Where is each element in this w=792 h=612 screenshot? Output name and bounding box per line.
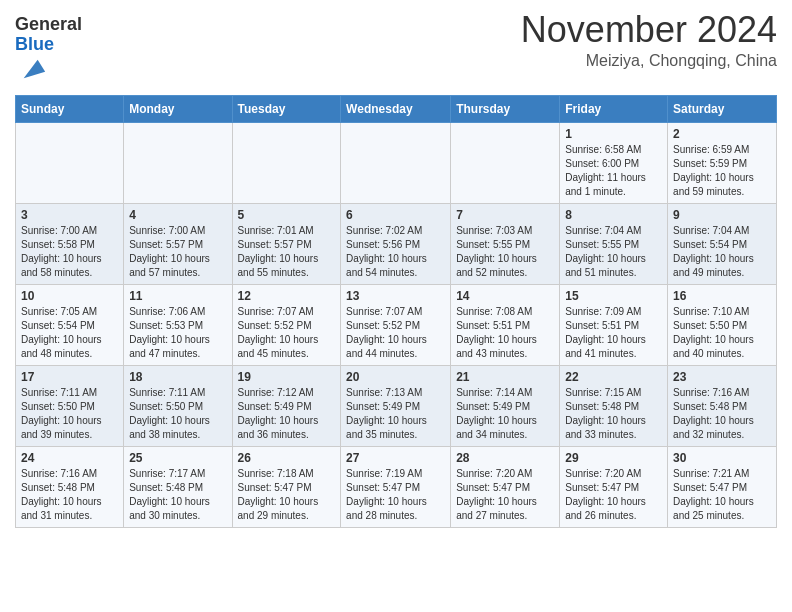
calendar-cell: 5Sunrise: 7:01 AM Sunset: 5:57 PM Daylig… [232,204,341,285]
calendar-cell: 29Sunrise: 7:20 AM Sunset: 5:47 PM Dayli… [560,447,668,528]
weekday-header-row: SundayMondayTuesdayWednesdayThursdayFrid… [16,96,777,123]
day-info: Sunrise: 7:15 AM Sunset: 5:48 PM Dayligh… [565,386,662,442]
location: Meiziya, Chongqing, China [521,52,777,70]
day-number: 2 [673,127,771,141]
day-info: Sunrise: 6:58 AM Sunset: 6:00 PM Dayligh… [565,143,662,199]
calendar-cell: 15Sunrise: 7:09 AM Sunset: 5:51 PM Dayli… [560,285,668,366]
day-info: Sunrise: 7:19 AM Sunset: 5:47 PM Dayligh… [346,467,445,523]
day-info: Sunrise: 7:16 AM Sunset: 5:48 PM Dayligh… [673,386,771,442]
day-info: Sunrise: 7:05 AM Sunset: 5:54 PM Dayligh… [21,305,118,361]
day-number: 30 [673,451,771,465]
day-info: Sunrise: 7:09 AM Sunset: 5:51 PM Dayligh… [565,305,662,361]
calendar-cell: 30Sunrise: 7:21 AM Sunset: 5:47 PM Dayli… [668,447,777,528]
day-number: 28 [456,451,554,465]
day-info: Sunrise: 7:04 AM Sunset: 5:55 PM Dayligh… [565,224,662,280]
day-number: 5 [238,208,336,222]
day-number: 11 [129,289,226,303]
calendar-cell: 9Sunrise: 7:04 AM Sunset: 5:54 PM Daylig… [668,204,777,285]
day-number: 26 [238,451,336,465]
calendar-cell [232,123,341,204]
day-number: 27 [346,451,445,465]
calendar-cell: 23Sunrise: 7:16 AM Sunset: 5:48 PM Dayli… [668,366,777,447]
calendar-cell: 14Sunrise: 7:08 AM Sunset: 5:51 PM Dayli… [451,285,560,366]
day-info: Sunrise: 7:02 AM Sunset: 5:56 PM Dayligh… [346,224,445,280]
calendar-cell: 6Sunrise: 7:02 AM Sunset: 5:56 PM Daylig… [341,204,451,285]
calendar-cell: 22Sunrise: 7:15 AM Sunset: 5:48 PM Dayli… [560,366,668,447]
day-info: Sunrise: 6:59 AM Sunset: 5:59 PM Dayligh… [673,143,771,199]
day-info: Sunrise: 7:01 AM Sunset: 5:57 PM Dayligh… [238,224,336,280]
day-info: Sunrise: 7:11 AM Sunset: 5:50 PM Dayligh… [21,386,118,442]
day-number: 9 [673,208,771,222]
day-info: Sunrise: 7:21 AM Sunset: 5:47 PM Dayligh… [673,467,771,523]
day-number: 21 [456,370,554,384]
day-info: Sunrise: 7:00 AM Sunset: 5:57 PM Dayligh… [129,224,226,280]
page-header: General Blue November 2024 Meiziya, Chon… [15,10,777,87]
day-info: Sunrise: 7:06 AM Sunset: 5:53 PM Dayligh… [129,305,226,361]
day-number: 19 [238,370,336,384]
weekday-header-saturday: Saturday [668,96,777,123]
calendar-cell: 17Sunrise: 7:11 AM Sunset: 5:50 PM Dayli… [16,366,124,447]
day-number: 15 [565,289,662,303]
day-number: 17 [21,370,118,384]
day-info: Sunrise: 7:07 AM Sunset: 5:52 PM Dayligh… [238,305,336,361]
day-number: 24 [21,451,118,465]
day-number: 1 [565,127,662,141]
day-number: 14 [456,289,554,303]
calendar-week-1: 1Sunrise: 6:58 AM Sunset: 6:00 PM Daylig… [16,123,777,204]
calendar-cell: 2Sunrise: 6:59 AM Sunset: 5:59 PM Daylig… [668,123,777,204]
calendar-header: SundayMondayTuesdayWednesdayThursdayFrid… [16,96,777,123]
svg-marker-0 [24,59,45,78]
calendar-week-3: 10Sunrise: 7:05 AM Sunset: 5:54 PM Dayli… [16,285,777,366]
day-number: 29 [565,451,662,465]
calendar-cell: 25Sunrise: 7:17 AM Sunset: 5:48 PM Dayli… [124,447,232,528]
page-container: General Blue November 2024 Meiziya, Chon… [0,0,792,543]
calendar-cell: 26Sunrise: 7:18 AM Sunset: 5:47 PM Dayli… [232,447,341,528]
calendar-cell [16,123,124,204]
calendar-cell [341,123,451,204]
weekday-header-sunday: Sunday [16,96,124,123]
calendar-cell [451,123,560,204]
day-info: Sunrise: 7:11 AM Sunset: 5:50 PM Dayligh… [129,386,226,442]
weekday-header-wednesday: Wednesday [341,96,451,123]
day-info: Sunrise: 7:20 AM Sunset: 5:47 PM Dayligh… [456,467,554,523]
day-number: 4 [129,208,226,222]
calendar-cell: 10Sunrise: 7:05 AM Sunset: 5:54 PM Dayli… [16,285,124,366]
calendar-cell: 11Sunrise: 7:06 AM Sunset: 5:53 PM Dayli… [124,285,232,366]
weekday-header-friday: Friday [560,96,668,123]
calendar-cell: 27Sunrise: 7:19 AM Sunset: 5:47 PM Dayli… [341,447,451,528]
day-info: Sunrise: 7:14 AM Sunset: 5:49 PM Dayligh… [456,386,554,442]
calendar-cell: 4Sunrise: 7:00 AM Sunset: 5:57 PM Daylig… [124,204,232,285]
weekday-header-thursday: Thursday [451,96,560,123]
calendar-cell: 21Sunrise: 7:14 AM Sunset: 5:49 PM Dayli… [451,366,560,447]
calendar-cell: 1Sunrise: 6:58 AM Sunset: 6:00 PM Daylig… [560,123,668,204]
day-number: 23 [673,370,771,384]
calendar-cell: 19Sunrise: 7:12 AM Sunset: 5:49 PM Dayli… [232,366,341,447]
day-info: Sunrise: 7:10 AM Sunset: 5:50 PM Dayligh… [673,305,771,361]
day-info: Sunrise: 7:13 AM Sunset: 5:49 PM Dayligh… [346,386,445,442]
day-number: 3 [21,208,118,222]
calendar-body: 1Sunrise: 6:58 AM Sunset: 6:00 PM Daylig… [16,123,777,528]
calendar-week-4: 17Sunrise: 7:11 AM Sunset: 5:50 PM Dayli… [16,366,777,447]
month-title: November 2024 [521,10,777,50]
calendar-cell: 12Sunrise: 7:07 AM Sunset: 5:52 PM Dayli… [232,285,341,366]
day-number: 8 [565,208,662,222]
day-number: 13 [346,289,445,303]
day-info: Sunrise: 7:07 AM Sunset: 5:52 PM Dayligh… [346,305,445,361]
calendar-cell: 3Sunrise: 7:00 AM Sunset: 5:58 PM Daylig… [16,204,124,285]
weekday-header-monday: Monday [124,96,232,123]
calendar-week-2: 3Sunrise: 7:00 AM Sunset: 5:58 PM Daylig… [16,204,777,285]
calendar-table: SundayMondayTuesdayWednesdayThursdayFrid… [15,95,777,528]
logo-text: General Blue [15,15,82,87]
day-number: 18 [129,370,226,384]
day-info: Sunrise: 7:16 AM Sunset: 5:48 PM Dayligh… [21,467,118,523]
title-block: November 2024 Meiziya, Chongqing, China [521,10,777,70]
day-number: 25 [129,451,226,465]
day-info: Sunrise: 7:17 AM Sunset: 5:48 PM Dayligh… [129,467,226,523]
day-number: 22 [565,370,662,384]
day-info: Sunrise: 7:18 AM Sunset: 5:47 PM Dayligh… [238,467,336,523]
calendar-cell [124,123,232,204]
day-number: 7 [456,208,554,222]
calendar-cell: 8Sunrise: 7:04 AM Sunset: 5:55 PM Daylig… [560,204,668,285]
day-info: Sunrise: 7:20 AM Sunset: 5:47 PM Dayligh… [565,467,662,523]
calendar-cell: 7Sunrise: 7:03 AM Sunset: 5:55 PM Daylig… [451,204,560,285]
